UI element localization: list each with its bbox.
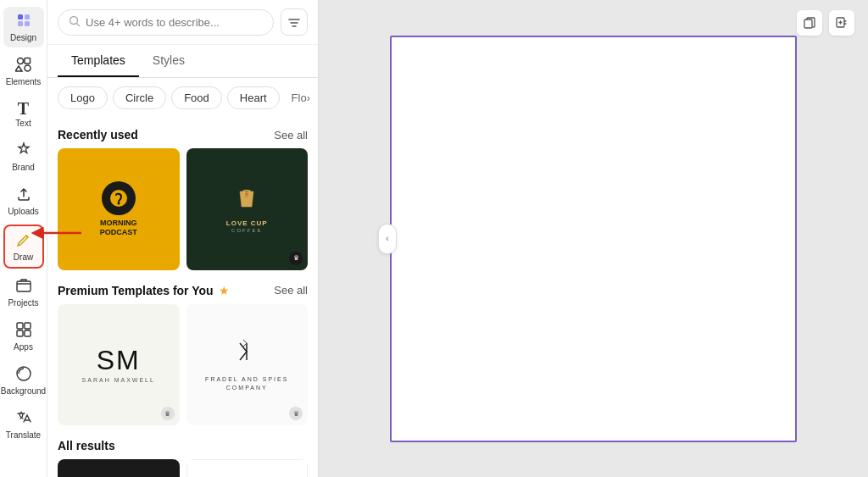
svg-rect-10 bbox=[25, 323, 31, 329]
add-page-icon bbox=[836, 17, 848, 29]
premium-see-all[interactable]: See all bbox=[274, 284, 308, 297]
filter-button[interactable] bbox=[281, 8, 308, 36]
svg-rect-5 bbox=[25, 58, 31, 64]
recently-used-see-all[interactable]: See all bbox=[274, 129, 308, 141]
template-fradel[interactable]: FRADEL AND SPIESCOMPANY ♛ bbox=[186, 304, 309, 426]
sidebar-item-projects[interactable]: Projects bbox=[3, 272, 44, 313]
templates-panel: Templates Styles Logo Circle Food Heart … bbox=[47, 0, 319, 477]
sidebar-label-projects: Projects bbox=[8, 298, 38, 308]
svg-rect-8 bbox=[17, 281, 31, 291]
collapse-panel-button[interactable]: ‹ bbox=[378, 224, 397, 254]
search-bar bbox=[47, 0, 318, 45]
search-input-wrapper[interactable] bbox=[58, 9, 274, 36]
sidebar-label-text: Text bbox=[15, 119, 31, 128]
premium-badge-sm: ♛ bbox=[161, 407, 175, 420]
chip-more[interactable]: Flo› bbox=[285, 87, 317, 108]
svg-rect-1 bbox=[25, 14, 30, 19]
morning-podcast-text: MORNINGPODCAST bbox=[100, 219, 137, 237]
tab-styles[interactable]: Styles bbox=[139, 45, 198, 77]
premium-grid: SM SARAH MAXWELL ♛ FRADEL AND SPIESCOMPA bbox=[58, 304, 308, 426]
sidebar-label-draw: Draw bbox=[14, 252, 33, 262]
design-icon bbox=[15, 12, 32, 31]
template-an[interactable]: A|N PHOTOGRAPHY bbox=[186, 459, 309, 477]
sidebar-item-uploads[interactable]: Uploads bbox=[3, 180, 44, 221]
premium-title: Premium Templates for You bbox=[58, 284, 214, 297]
svg-point-19 bbox=[117, 202, 120, 204]
uploads-icon bbox=[15, 186, 32, 205]
template-la[interactable]: LA LORNA ALVARADO bbox=[58, 459, 180, 477]
chip-food[interactable]: Food bbox=[171, 86, 222, 109]
sidebar-label-elements: Elements bbox=[6, 77, 42, 86]
svg-point-20 bbox=[245, 192, 248, 196]
svg-rect-3 bbox=[25, 21, 30, 26]
recently-used-grid: MORNINGPODCAST LOVE CUP COFFEE bbox=[58, 148, 308, 270]
chip-circle[interactable]: Circle bbox=[113, 86, 166, 109]
sm-name: SARAH MAXWELL bbox=[82, 377, 155, 383]
fradel-icon bbox=[231, 336, 262, 372]
sidebar-label-brand: Brand bbox=[12, 163, 35, 172]
svg-rect-21 bbox=[804, 19, 812, 28]
text-icon: T bbox=[18, 100, 29, 117]
canvas-page[interactable] bbox=[390, 36, 797, 442]
sm-letters: SM bbox=[97, 347, 141, 374]
background-icon bbox=[15, 365, 32, 385]
sidebar-item-draw[interactable]: Draw bbox=[3, 225, 44, 269]
all-results-grid: LA LORNA ALVARADO A|N PHOTOGRAPHY bbox=[58, 459, 308, 477]
canvas-area: ‹ bbox=[319, 0, 868, 477]
sidebar-label-apps: Apps bbox=[14, 342, 33, 352]
projects-icon bbox=[15, 277, 32, 297]
premium-badge-lovecup: ♛ bbox=[289, 252, 303, 265]
canvas-toolbar bbox=[797, 10, 854, 36]
template-morning-podcast[interactable]: MORNINGPODCAST bbox=[58, 148, 180, 270]
copy-page-button[interactable] bbox=[797, 10, 822, 36]
love-cup-sub: COFFEE bbox=[231, 228, 262, 233]
tab-templates[interactable]: Templates bbox=[58, 45, 139, 77]
svg-rect-2 bbox=[18, 21, 23, 26]
recently-used-title: Recently used bbox=[58, 128, 138, 141]
translate-icon bbox=[15, 409, 32, 429]
recently-used-header: Recently used See all bbox=[58, 128, 308, 141]
chip-logo[interactable]: Logo bbox=[58, 86, 108, 109]
svg-marker-6 bbox=[15, 66, 22, 71]
love-cup-text: LOVE CUP bbox=[226, 219, 268, 228]
svg-point-7 bbox=[25, 65, 31, 71]
template-love-cup[interactable]: LOVE CUP COFFEE ♛ bbox=[186, 148, 309, 270]
chip-heart[interactable]: Heart bbox=[227, 86, 280, 109]
all-results-title: All results bbox=[58, 439, 115, 452]
svg-rect-11 bbox=[17, 330, 23, 336]
template-sm[interactable]: SM SARAH MAXWELL ♛ bbox=[58, 304, 180, 426]
sidebar-label-design: Design bbox=[10, 33, 36, 42]
apps-icon bbox=[15, 321, 32, 341]
svg-rect-12 bbox=[25, 330, 31, 336]
sidebar-item-elements[interactable]: Elements bbox=[3, 51, 44, 92]
canvas-page-wrapper: ‹ bbox=[390, 36, 797, 442]
tabs: Templates Styles bbox=[47, 45, 318, 78]
all-results-header: All results bbox=[58, 439, 308, 452]
panel-content: Recently used See all MORNINGPODCAST bbox=[47, 118, 318, 477]
sidebar-item-apps[interactable]: Apps bbox=[3, 316, 44, 357]
sidebar-item-background[interactable]: Background bbox=[3, 360, 44, 401]
sidebar-label-background: Background bbox=[1, 386, 46, 396]
draw-icon bbox=[15, 231, 32, 251]
search-input[interactable] bbox=[86, 16, 263, 29]
svg-rect-0 bbox=[18, 14, 23, 19]
sidebar-label-translate: Translate bbox=[6, 430, 41, 440]
sidebar: Design Elements T Text Brand bbox=[0, 0, 47, 477]
sidebar-item-design[interactable]: Design bbox=[3, 7, 44, 47]
sidebar-label-uploads: Uploads bbox=[8, 207, 39, 216]
filter-icon bbox=[287, 15, 301, 29]
add-page-button[interactable] bbox=[829, 10, 854, 36]
fradel-text: FRADEL AND SPIESCOMPANY bbox=[205, 375, 288, 393]
premium-header: Premium Templates for You ★ See all bbox=[58, 284, 308, 297]
filter-chips: Logo Circle Food Heart Flo› bbox=[47, 78, 318, 118]
sidebar-item-brand[interactable]: Brand bbox=[3, 136, 44, 177]
sidebar-item-text[interactable]: T Text bbox=[3, 95, 44, 133]
search-icon bbox=[69, 15, 81, 30]
premium-badge-fradel: ♛ bbox=[289, 407, 303, 420]
svg-rect-9 bbox=[17, 323, 23, 329]
brand-icon bbox=[15, 141, 32, 161]
copy-icon bbox=[804, 17, 815, 29]
elements-icon bbox=[15, 56, 32, 75]
premium-star-icon: ★ bbox=[219, 284, 230, 297]
sidebar-item-translate[interactable]: Translate bbox=[3, 404, 44, 445]
